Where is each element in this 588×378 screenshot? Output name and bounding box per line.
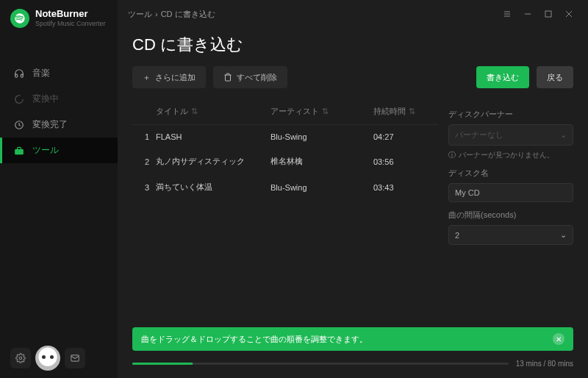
sidebar-nav: 音楽 変換中 変換完了 ツール — [0, 38, 118, 338]
row-index: 3 — [138, 183, 156, 192]
button-label: 戻る — [547, 72, 563, 83]
column-artist[interactable]: アーティスト⇅ — [270, 106, 373, 117]
window-menu-button[interactable] — [498, 6, 516, 22]
sort-icon: ⇅ — [191, 107, 198, 116]
button-label: すべて削除 — [237, 72, 277, 83]
button-label: さらに追加 — [155, 72, 196, 83]
input-value: My CD — [455, 188, 480, 197]
maximize-icon — [545, 10, 552, 18]
burner-warning: ⓘ バーナーが見つかりません。 — [448, 150, 573, 160]
breadcrumb: ツール › CD に書き込む — [128, 9, 215, 20]
row-artist: Blu-Swing — [270, 132, 373, 141]
minimize-icon — [524, 10, 531, 18]
sidebar-item-label: 変換中 — [32, 93, 59, 105]
page-title: CD に書き込む — [118, 28, 588, 66]
toolbox-icon — [13, 145, 25, 157]
sidebar-item-label: 音楽 — [32, 67, 50, 79]
disc-usage-bar — [132, 363, 509, 365]
svg-rect-3 — [545, 11, 551, 17]
disc-name-input[interactable]: My CD — [448, 183, 573, 202]
breadcrumb-current: CD に書き込む — [161, 9, 215, 20]
gap-label: 曲の間隔(seconds) — [448, 210, 573, 221]
sidebar-item-music[interactable]: 音楽 — [0, 60, 118, 86]
row-duration: 03:56 — [373, 157, 432, 166]
brand-subtitle: Spotify Music Converter — [35, 20, 106, 27]
row-artist: 椎名林檎 — [270, 156, 373, 167]
clear-all-button[interactable]: すべて削除 — [213, 66, 287, 88]
plus-icon: ＋ — [143, 72, 151, 83]
burner-label: ディスクバーナー — [448, 109, 573, 120]
disc-usage-text: 13 mins / 80 mins — [516, 360, 573, 368]
toast-message: 曲をドラッグ＆ドロップすることで曲の順番を調整できます。 — [141, 334, 368, 345]
button-label: 書き込む — [487, 72, 519, 83]
mail-icon — [70, 353, 80, 363]
row-title: 丸ノ内サディスティック — [156, 156, 270, 167]
back-button[interactable]: 戻る — [537, 66, 573, 88]
row-duration: 03:43 — [373, 183, 432, 192]
brand-logo — [10, 9, 29, 28]
menu-icon — [503, 10, 512, 18]
svg-point-1 — [19, 357, 22, 360]
close-icon — [565, 10, 573, 18]
row-index: 2 — [138, 157, 156, 166]
table-header: タイトル⇅ アーティスト⇅ 持続時間⇅ — [132, 99, 438, 125]
window-close-button[interactable] — [560, 6, 578, 22]
row-title: 満ちていく体温 — [156, 182, 270, 193]
chevron-down-icon: ⌄ — [560, 130, 567, 140]
spinner-icon — [13, 93, 25, 105]
window-maximize-button[interactable] — [539, 6, 557, 22]
sidebar-item-label: 変換完了 — [32, 118, 68, 131]
sidebar-item-converting[interactable]: 変換中 — [0, 86, 118, 112]
sort-icon: ⇅ — [409, 107, 415, 116]
row-artist: Blu-Swing — [270, 183, 373, 192]
feedback-button[interactable] — [65, 348, 85, 368]
add-more-button[interactable]: ＋ さらに追加 — [132, 66, 206, 88]
table-row[interactable]: 2丸ノ内サディスティック椎名林檎03:56 — [132, 149, 438, 174]
gap-select[interactable]: 2 ⌄ — [448, 225, 573, 245]
brand: NoteBurner Spotify Music Converter — [0, 0, 118, 38]
column-title[interactable]: タイトル⇅ — [156, 106, 270, 117]
brand-title: NoteBurner — [35, 9, 106, 20]
row-index: 1 — [138, 132, 156, 141]
settings-button[interactable] — [10, 348, 31, 368]
breadcrumb-root[interactable]: ツール — [128, 9, 152, 20]
burn-button[interactable]: 書き込む — [476, 66, 529, 88]
burner-select[interactable]: バーナーなし ⌄ — [448, 124, 573, 146]
sort-icon: ⇅ — [322, 107, 329, 116]
row-duration: 04:27 — [373, 132, 432, 141]
table-row[interactable]: 3満ちていく体温Blu-Swing03:43 — [132, 174, 438, 200]
sidebar-item-converted[interactable]: 変換完了 — [0, 112, 118, 138]
window-minimize-button[interactable] — [519, 6, 537, 22]
info-icon: ⓘ — [448, 150, 456, 160]
select-value: バーナーなし — [455, 129, 503, 140]
select-value: 2 — [455, 231, 459, 240]
sidebar-item-tools[interactable]: ツール — [0, 138, 118, 163]
trash-icon — [223, 73, 232, 82]
clock-icon — [13, 119, 25, 131]
sidebar-item-label: ツール — [32, 144, 59, 157]
chevron-down-icon: ⌄ — [560, 230, 567, 240]
info-toast: 曲をドラッグ＆ドロップすることで曲の順番を調整できます。 ✕ — [132, 327, 573, 351]
row-title: FLASH — [156, 132, 270, 141]
headphones-icon — [13, 68, 25, 79]
chevron-right-icon: › — [155, 10, 158, 18]
avatar[interactable] — [35, 346, 60, 371]
toast-close-button[interactable]: ✕ — [553, 333, 564, 345]
table-row[interactable]: 1FLASHBlu-Swing04:27 — [132, 125, 438, 149]
gear-icon — [15, 353, 26, 363]
column-duration[interactable]: 持続時間⇅ — [373, 106, 432, 117]
disc-name-label: ディスク名 — [448, 168, 573, 179]
